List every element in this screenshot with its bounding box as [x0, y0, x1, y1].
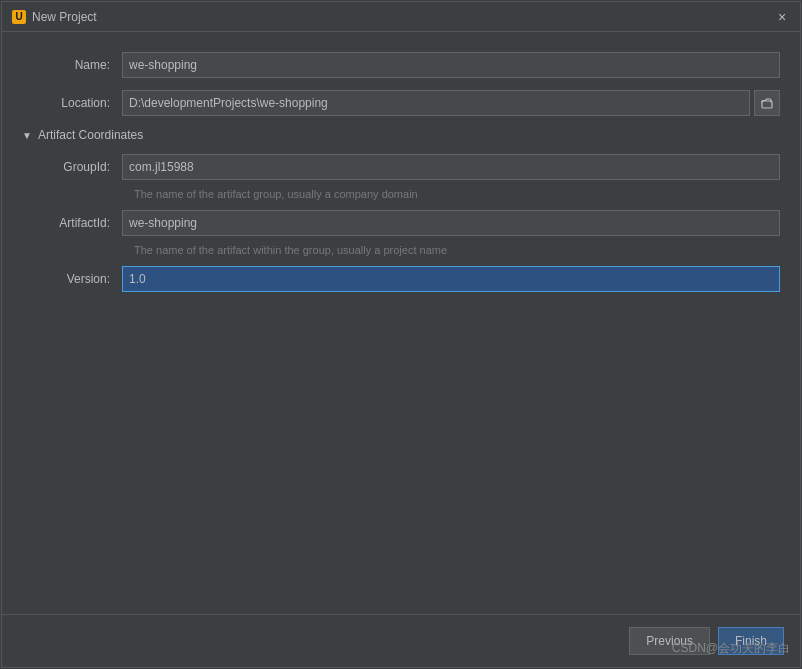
groupid-label: GroupId: [22, 160, 122, 174]
dialog-title: New Project [32, 10, 97, 24]
name-label: Name: [22, 58, 122, 72]
location-label: Location: [22, 96, 122, 110]
artifactid-row: ArtifactId: [22, 210, 780, 236]
close-button[interactable]: × [774, 9, 790, 25]
dialog-content: Name: Location: ▼ Artifact Coordinates [2, 32, 800, 614]
finish-button[interactable]: Finish [718, 627, 784, 655]
artifact-section-header: ▼ Artifact Coordinates [22, 128, 780, 142]
previous-button[interactable]: Previous [629, 627, 710, 655]
section-title: Artifact Coordinates [38, 128, 143, 142]
browse-button[interactable] [754, 90, 780, 116]
artifactid-label: ArtifactId: [22, 216, 122, 230]
version-label: Version: [22, 272, 122, 286]
location-input-wrapper [122, 90, 780, 116]
version-row: Version: [22, 266, 780, 292]
artifactid-input[interactable] [122, 210, 780, 236]
name-input[interactable] [122, 52, 780, 78]
new-project-dialog: U New Project × Name: Location: [1, 1, 801, 668]
app-icon: U [12, 10, 26, 24]
location-input[interactable] [122, 90, 750, 116]
version-input[interactable] [122, 266, 780, 292]
title-bar: U New Project × [2, 2, 800, 32]
groupid-hint: The name of the artifact group, usually … [134, 188, 780, 200]
name-row: Name: [22, 52, 780, 78]
dialog-footer: Previous Finish [2, 614, 800, 667]
title-bar-left: U New Project [12, 10, 97, 24]
artifactid-hint: The name of the artifact within the grou… [134, 244, 780, 256]
location-row: Location: [22, 90, 780, 116]
groupid-input[interactable] [122, 154, 780, 180]
groupid-row: GroupId: [22, 154, 780, 180]
section-collapse-arrow[interactable]: ▼ [22, 130, 32, 141]
